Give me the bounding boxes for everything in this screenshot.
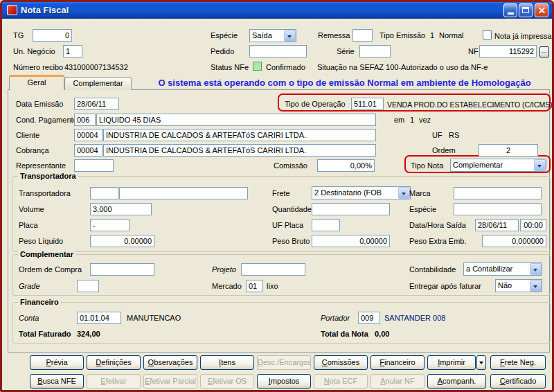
previa-button[interactable]: Prévia (30, 355, 84, 370)
total-faturado-label: Total Faturado (19, 330, 71, 339)
comissao-input[interactable] (317, 159, 375, 172)
peso-bruto-input[interactable] (312, 235, 390, 247)
volume-input[interactable] (90, 203, 152, 215)
peso-liquido-input[interactable] (90, 235, 154, 247)
imprimir-dropdown-button[interactable] (476, 355, 486, 370)
quantidade-input[interactable] (312, 203, 390, 215)
especie-select[interactable]: Saída (249, 29, 296, 42)
pedido-label: Pedido (211, 47, 234, 56)
especie-label: Espécie (211, 31, 238, 40)
uf-value: RS (449, 131, 459, 140)
projeto-input[interactable] (241, 263, 305, 276)
definicoes-button[interactable]: Definições (87, 355, 141, 370)
frete-select[interactable]: 2 Destinatario (FOB (312, 186, 411, 199)
tipo-nota-select[interactable]: Complementar (450, 159, 546, 172)
data-emissao-input[interactable] (74, 98, 119, 110)
hora-saida-input[interactable] (520, 219, 546, 231)
chevron-down-icon[interactable] (534, 159, 546, 171)
tg-input[interactable] (33, 29, 72, 42)
tipo-nota-label: Tipo Nota (411, 161, 443, 170)
tab-complementar[interactable]: Complementar (64, 77, 132, 90)
close-button[interactable] (535, 3, 548, 17)
tipo-operacao-label: Tipo de Operação (285, 100, 346, 109)
pedido-input[interactable] (249, 45, 307, 57)
caret-down-icon (479, 362, 483, 366)
minimize-icon (508, 12, 514, 15)
em-label: em (394, 116, 404, 125)
observacoes-button[interactable]: Observações (143, 355, 197, 370)
comissoes-button[interactable]: Comissões (314, 355, 368, 370)
nota-ja-impressa-label: Nota já impressa (494, 32, 552, 41)
mercado-code-input[interactable] (246, 280, 263, 292)
acompanh-button[interactable]: Acompanh. (427, 374, 486, 389)
contabilidade-select[interactable]: a Contabilizar (463, 262, 542, 276)
conta-input[interactable] (77, 312, 121, 324)
itens-button[interactable]: Itens (200, 355, 254, 370)
chevron-down-icon[interactable] (530, 263, 542, 275)
especie-transp-input[interactable] (454, 203, 542, 215)
data-saida-input[interactable] (475, 219, 519, 231)
status-nfe-label: Status NFe (211, 63, 249, 72)
anular-nf-button: Anular NF (370, 374, 425, 389)
un-negocio-input[interactable] (63, 45, 82, 57)
tipo-emissao-label: Tipo Emissão (379, 31, 425, 40)
uf-label: UF (432, 131, 443, 140)
conta-label: Conta (19, 314, 39, 323)
marca-label: Marca (409, 189, 431, 198)
vez-label: vez (419, 116, 431, 125)
ordem-input[interactable] (479, 144, 538, 157)
cond-pagamento-desc-input[interactable] (96, 114, 376, 126)
nota-ja-impressa-checkbox[interactable] (483, 30, 492, 39)
title-bar[interactable]: Nota Fiscal (2, 2, 552, 19)
tipo-operacao-input[interactable] (351, 98, 384, 110)
total-nota-label: Total da Nota (321, 330, 368, 339)
grade-input[interactable] (77, 280, 99, 292)
uf-placa-label: UF Placa (272, 221, 303, 230)
transportadora-code-input[interactable] (90, 187, 118, 199)
cond-pagamento-code-input[interactable] (74, 114, 96, 126)
minimize-button[interactable] (503, 3, 517, 17)
certificado-button[interactable]: Certificado (490, 374, 546, 389)
transportadora-group-legend: Transportadora (18, 172, 78, 180)
chevron-down-icon[interactable] (284, 30, 296, 42)
maximize-button[interactable] (519, 3, 533, 17)
nf-lookup-button[interactable]: ... (539, 46, 549, 57)
nf-label: NF (468, 47, 479, 56)
transportadora-desc-input[interactable] (119, 187, 248, 199)
serie-input[interactable] (359, 45, 391, 57)
marca-input[interactable] (454, 187, 542, 199)
tipo-emissao-code: 1 (430, 31, 434, 40)
frete-neg-button[interactable]: Frete Neg. (490, 355, 546, 370)
placa-label: Placa (19, 221, 38, 230)
entregar-select[interactable]: Não (495, 279, 542, 292)
window-title: Nota Fiscal (21, 5, 69, 15)
representante-input[interactable] (74, 159, 114, 172)
nf-input[interactable] (479, 45, 537, 57)
serie-label: Série (337, 47, 355, 56)
cliente-code-input[interactable] (74, 129, 102, 141)
portador-input[interactable] (358, 312, 380, 324)
uf-placa-input[interactable] (312, 219, 340, 231)
financeiro-button[interactable]: Financeiro (370, 355, 425, 370)
ordem-label: Ordem (432, 146, 456, 155)
cobranca-code-input[interactable] (74, 144, 102, 157)
ordem-compra-input[interactable] (90, 263, 154, 276)
tipo-operacao-desc: VENDA PROD.DO ESTABELECIMENTO (C/ICMS) (387, 100, 553, 109)
peso-extra-input[interactable] (482, 235, 546, 247)
remessa-label: Remessa (318, 31, 350, 40)
tipo-nota-value: Complementar (451, 159, 546, 171)
tab-geral[interactable]: Geral (9, 75, 64, 90)
placa-input[interactable] (90, 219, 129, 231)
impostos-button[interactable]: Impostos (257, 374, 311, 389)
chevron-down-icon[interactable] (530, 280, 542, 292)
efetivar-os-button: Efetivar OS (200, 374, 254, 389)
remessa-input[interactable] (352, 29, 373, 42)
portador-desc: SANTANDER 008 (384, 314, 445, 323)
cobranca-desc-input[interactable] (103, 144, 376, 157)
busca-nfe-button[interactable]: Busca NFE (30, 374, 84, 389)
chevron-down-icon[interactable] (398, 187, 410, 199)
status-nfe-value: Confirmado (266, 63, 305, 72)
data-hora-saida-label: Data/Hora Saída (409, 221, 466, 230)
imprimir-button[interactable]: Imprimir (427, 355, 476, 370)
cliente-desc-input[interactable] (103, 129, 376, 141)
